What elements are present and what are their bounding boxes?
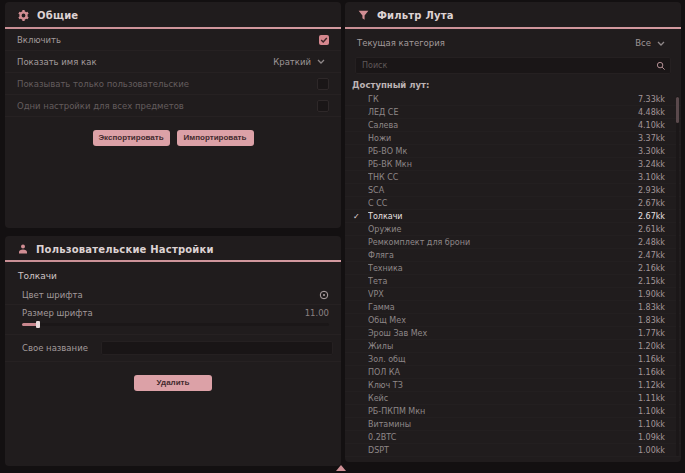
enable-label: Включить xyxy=(17,35,61,45)
loot-list-item[interactable]: Тета 2.15kk xyxy=(345,275,681,288)
setting-row-same-settings: Одни настройки для всех предметов xyxy=(5,95,341,117)
loot-list-item[interactable]: РБ-ПКПМ Мкн 1.10kk xyxy=(345,405,681,418)
loot-item-value: 3.37kk xyxy=(638,134,665,143)
category-label: Текущая категория xyxy=(357,38,445,48)
loot-item-name: Ножи xyxy=(368,134,638,143)
loot-list: ГК 7.33kk ЛЕД СЕ 4.48kk Салева 4.10kk Но… xyxy=(345,93,681,457)
loot-list-item[interactable]: Жилы 1.20kk xyxy=(345,340,681,353)
category-dropdown[interactable]: Все xyxy=(631,36,669,50)
custom-name-row: Свое название xyxy=(5,335,341,362)
loot-item-name: Салева xyxy=(368,121,638,130)
setting-row-only-custom: Показывать только пользовательские xyxy=(5,73,341,95)
loot-list-item[interactable]: Ножи 3.37kk xyxy=(345,132,681,145)
loot-item-value: 1.90kk xyxy=(638,290,665,299)
loot-list-item[interactable]: Гамма 1.83kk xyxy=(345,301,681,314)
loot-list-item[interactable]: Эрош Зав Мех 1.77kk xyxy=(345,327,681,340)
scrollbar-thumb[interactable] xyxy=(676,97,679,123)
loot-item-value: 3.24kk xyxy=(638,160,665,169)
font-color-row: Цвет шрифта xyxy=(5,286,341,305)
same-settings-label: Одни настройки для всех предметов xyxy=(17,101,184,111)
font-color-label: Цвет шрифта xyxy=(22,290,83,300)
custom-name-input[interactable] xyxy=(101,341,333,355)
loot-item-value: 2.61kk xyxy=(638,225,665,234)
scrollbar-track[interactable] xyxy=(676,96,679,456)
loot-item-value: 1.16kk xyxy=(638,355,665,364)
loot-item-value: 1.10kk xyxy=(638,407,665,416)
loot-list-item[interactable]: Фляга 2.47kk xyxy=(345,249,681,262)
loot-item-value: 1.83kk xyxy=(638,316,665,325)
selected-item-name: Толкачи xyxy=(5,262,341,286)
loot-list-item[interactable]: Кейс 1.11kk xyxy=(345,392,681,405)
loot-list-item[interactable]: Техника 2.16kk xyxy=(345,262,681,275)
loot-list-item[interactable]: РБ-ВО Мк 3.30kk xyxy=(345,145,681,158)
gear-icon xyxy=(17,9,30,22)
loot-item-value: 1.77kk xyxy=(638,329,665,338)
general-panel-title: Общие xyxy=(37,10,78,21)
loot-list-item[interactable]: Общ Мех 1.83kk xyxy=(345,314,681,327)
slider-handle[interactable] xyxy=(36,321,40,328)
loot-list-item[interactable]: ПОЛ КА 1.16kk xyxy=(345,366,681,379)
name-display-label: Показать имя как xyxy=(17,57,97,67)
loot-item-name: ГК xyxy=(368,95,638,104)
name-display-value: Краткий xyxy=(273,57,311,67)
loot-list-item[interactable]: SCA 2.93kk xyxy=(345,184,681,197)
loot-item-value: 1.12kk xyxy=(638,381,665,390)
delete-button[interactable]: Удалить xyxy=(134,375,212,391)
custom-panel-header: Пользовательские Настройки xyxy=(5,236,341,260)
filter-panel-title: Фильтр Лута xyxy=(377,10,454,21)
chevron-down-icon xyxy=(317,59,325,64)
search-input[interactable] xyxy=(360,60,656,71)
general-panel: Общие Включить Показать имя как Краткий … xyxy=(5,2,341,228)
category-value: Все xyxy=(635,38,651,48)
font-size-slider-zone xyxy=(5,321,341,335)
loot-list-item[interactable]: РБ-ВК Мкн 3.24kk xyxy=(345,158,681,171)
loot-item-name: 0.2BTC xyxy=(368,433,638,442)
export-button[interactable]: Экспортировать xyxy=(93,130,170,146)
loot-list-item[interactable]: Салева 4.10kk xyxy=(345,119,681,132)
enable-checkbox[interactable] xyxy=(319,35,329,45)
loot-item-value: 2.16kk xyxy=(638,264,665,273)
loot-list-item[interactable]: Витамины 1.10kk xyxy=(345,418,681,431)
loot-list-item[interactable]: Ремкомплект для брони 2.48kk xyxy=(345,236,681,249)
triangle-up-icon[interactable] xyxy=(336,465,346,471)
loot-list-item[interactable]: Ключ ТЗ 1.12kk xyxy=(345,379,681,392)
setting-row-enable: Включить xyxy=(5,29,341,51)
import-button[interactable]: Импортировать xyxy=(177,130,254,146)
loot-list-item[interactable]: С СС 2.67kk xyxy=(345,197,681,210)
loot-list-item[interactable]: ✓ Толкачи 2.67kk xyxy=(345,210,681,223)
loot-list-item[interactable]: VPX 1.90kk xyxy=(345,288,681,301)
only-custom-checkbox[interactable] xyxy=(317,78,329,90)
loot-item-value: 1.83kk xyxy=(638,303,665,312)
loot-item-value: 2.93kk xyxy=(638,186,665,195)
category-row: Текущая категория Все xyxy=(345,29,681,54)
loot-list-item[interactable]: ТНК СС 3.10kk xyxy=(345,171,681,184)
loot-item-value: 4.48kk xyxy=(638,108,665,117)
loot-item-value: 1.16kk xyxy=(638,368,665,377)
loot-list-item[interactable]: Зол. общ 1.16kk xyxy=(345,353,681,366)
name-display-dropdown[interactable]: Краткий xyxy=(269,55,329,69)
loot-item-value: 2.67kk xyxy=(638,199,665,208)
loot-item-value: 1.20kk xyxy=(638,342,665,351)
loot-item-name: Ремкомплект для брони xyxy=(368,238,638,247)
loot-item-name: ПОЛ КА xyxy=(368,368,638,377)
palette-icon[interactable] xyxy=(319,290,329,300)
same-settings-checkbox[interactable] xyxy=(317,100,329,112)
loot-item-name: Гамма xyxy=(368,303,638,312)
funnel-icon xyxy=(357,9,370,22)
loot-list-item[interactable]: 0.2BTC 1.09kk xyxy=(345,431,681,444)
available-loot-label: Доступный лут: xyxy=(345,74,681,93)
loot-list-item[interactable]: Оружие 2.61kk xyxy=(345,223,681,236)
font-size-slider[interactable] xyxy=(22,323,329,326)
filter-panel-header: Фильтр Лута xyxy=(345,2,681,27)
magnifier-icon xyxy=(656,61,666,71)
font-size-row: Размер шрифта 11.00 xyxy=(5,305,341,321)
loot-item-name: Техника xyxy=(368,264,638,273)
loot-list-item[interactable]: ЛЕД СЕ 4.48kk xyxy=(345,106,681,119)
loot-list-item[interactable]: ГК 7.33kk xyxy=(345,93,681,106)
loot-item-value: 1.10kk xyxy=(638,420,665,429)
loot-list-item[interactable]: DSPT 1.00kk xyxy=(345,444,681,457)
loot-item-name: ТНК СС xyxy=(368,173,638,182)
loot-item-name: Фляга xyxy=(368,251,638,260)
loot-item-name: С СС xyxy=(368,199,638,208)
loot-item-name: Общ Мех xyxy=(368,316,638,325)
